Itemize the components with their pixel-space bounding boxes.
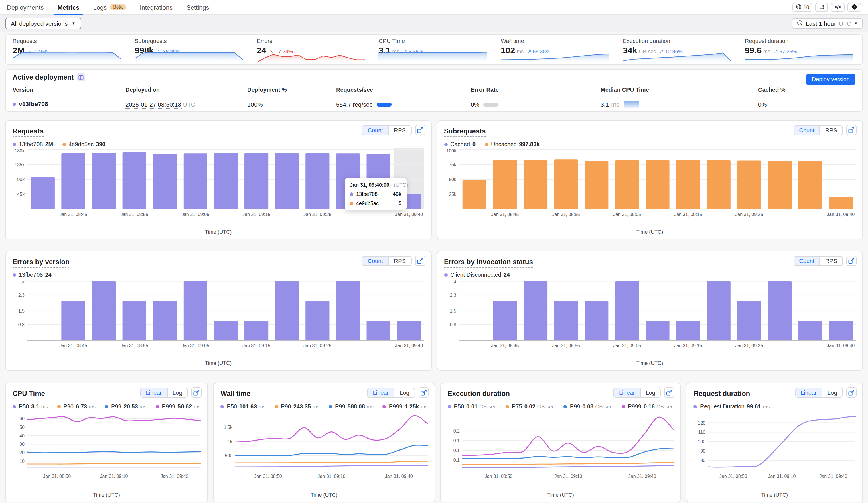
- toggle-option-linear[interactable]: Linear: [614, 388, 640, 397]
- tab-label: Deployments: [7, 4, 43, 11]
- legend-item: P990.08GB-sec: [564, 403, 613, 410]
- errors-by-version-bar-chart[interactable]: 0.81.52.33Jan 31, 08:45Jan 31, 08:55Jan …: [11, 279, 425, 352]
- legend-value: 0.08: [582, 403, 593, 410]
- tooltip-dot-icon: [350, 192, 353, 196]
- request-duration-chart-card: Request duration LinearLog Request Durat…: [686, 383, 863, 502]
- chart-title: Errors by version: [13, 258, 70, 268]
- toggle-option-log[interactable]: Log: [394, 388, 414, 397]
- linear-log-toggle: LinearLog: [613, 388, 661, 397]
- time-range-dropdown[interactable]: Last 1 hour UTC ▼: [792, 18, 863, 28]
- svg-text:90k: 90k: [17, 177, 25, 182]
- top-nav: DeploymentsMetricsLogsBetaIntegrationsSe…: [0, 0, 868, 15]
- svg-text:Jan 31, 09:40: Jan 31, 09:40: [395, 212, 423, 217]
- open-external-button[interactable]: [816, 2, 828, 12]
- globe-counter-button[interactable]: 10: [793, 2, 813, 12]
- toggle-option-linear[interactable]: Linear: [368, 388, 394, 397]
- svg-text:80: 80: [701, 458, 706, 463]
- median-cpu-unit: ms: [611, 101, 619, 108]
- tooltip-label: 13fbe708: [356, 191, 378, 197]
- execution-duration-line-chart[interactable]: 0.10.10.10.2Jan 31, 08:50Jan 31, 09:10Ja…: [447, 413, 675, 482]
- toggle-option-linear[interactable]: Linear: [141, 388, 167, 397]
- tab-metrics[interactable]: Metrics: [57, 0, 79, 14]
- version-cell: v13fbe708: [13, 100, 125, 108]
- expand-chart-button[interactable]: [846, 125, 857, 135]
- chart-legend: P50101.63msP90243.35msP99588.08msP9991.2…: [220, 403, 427, 410]
- legend-unit: ms: [421, 404, 428, 409]
- legend-dot-icon: [13, 405, 16, 408]
- stat-sparkline: [501, 51, 609, 63]
- deployed-on-value[interactable]: 2025-01-27 08:50:13: [125, 101, 181, 109]
- svg-text:20: 20: [20, 450, 24, 455]
- legend-item: Uncached997.83k: [485, 141, 540, 147]
- tab-logs[interactable]: LogsBeta: [93, 0, 126, 14]
- svg-text:Jan 31, 08:50: Jan 31, 08:50: [720, 474, 747, 479]
- toggle-option-log[interactable]: Log: [822, 388, 842, 397]
- legend-label: P999: [162, 403, 175, 410]
- chart-legend: 13fbe70824: [13, 272, 424, 278]
- toggle-option-rps[interactable]: RPS: [388, 256, 411, 265]
- toggle-option-count[interactable]: Count: [363, 126, 388, 134]
- expand-chart-button[interactable]: [191, 387, 202, 398]
- linear-log-toggle: LinearLog: [795, 388, 843, 397]
- tooltip-header: Jan 31, 09:40:00 - (UTC): [350, 182, 401, 188]
- expand-chart-button[interactable]: [846, 255, 857, 266]
- expand-chart-button[interactable]: [846, 387, 857, 398]
- deployment-info-icon[interactable]: [77, 73, 85, 81]
- legend-value: 0.16: [643, 403, 655, 410]
- stat-sparkline: [379, 51, 487, 63]
- svg-text:Jan 31, 08:45: Jan 31, 08:45: [491, 343, 518, 348]
- legend-label: P99: [570, 403, 580, 410]
- subrequests-bar-chart[interactable]: 25k50k75k100kJan 31, 08:45Jan 31, 08:55J…: [443, 148, 857, 221]
- chevron-down-icon: ▼: [854, 21, 858, 25]
- expand-chart-button[interactable]: [415, 125, 425, 135]
- toggle-option-linear[interactable]: Linear: [796, 388, 822, 397]
- expand-chart-button[interactable]: [415, 255, 425, 266]
- legend-value: 1.25k: [404, 403, 419, 410]
- filter-bar: All deployed versions ▼ Last 1 hour UTC …: [0, 15, 868, 32]
- svg-text:Jan 31, 09:40: Jan 31, 09:40: [385, 474, 413, 479]
- version-filter-dropdown[interactable]: All deployed versions ▼: [5, 18, 81, 29]
- expand-chart-button[interactable]: [418, 387, 429, 398]
- tab-integrations[interactable]: Integrations: [140, 0, 173, 14]
- toggle-option-count[interactable]: Count: [794, 256, 820, 265]
- svg-text:45k: 45k: [17, 192, 25, 197]
- x-axis-title: Time (UTC): [441, 492, 681, 498]
- svg-text:Jan 31, 08:50: Jan 31, 08:50: [254, 474, 282, 479]
- legend-dot-icon: [220, 405, 224, 408]
- legend-dot-icon: [448, 405, 451, 408]
- tab-settings[interactable]: Settings: [186, 0, 209, 14]
- legend-value: 20.53: [124, 403, 138, 410]
- legend-item: 13fbe7082M: [13, 141, 53, 147]
- column-header: Error Rate: [471, 87, 601, 93]
- toggle-option-rps[interactable]: RPS: [388, 126, 411, 134]
- deploy-status-button[interactable]: [847, 2, 861, 12]
- svg-text:Jan 31, 09:25: Jan 31, 09:25: [303, 212, 331, 217]
- toggle-option-log[interactable]: Log: [640, 388, 660, 397]
- toggle-option-log[interactable]: Log: [167, 388, 187, 397]
- svg-text:50k: 50k: [448, 177, 456, 182]
- toggle-option-rps[interactable]: RPS: [820, 256, 842, 265]
- legend-item: 13fbe70824: [13, 272, 52, 278]
- cpu-time-line-chart[interactable]: 102030405060Jan 31, 08:50Jan 31, 09:10Ja…: [11, 413, 202, 482]
- code-view-button[interactable]: </>: [831, 2, 845, 12]
- version-link[interactable]: v13fbe708: [19, 100, 48, 108]
- wall-time-line-chart[interactable]: 5001k1.5kJan 31, 08:50Jan 31, 09:10Jan 3…: [219, 413, 428, 482]
- expand-chart-button[interactable]: [664, 387, 675, 398]
- wall-time-chart-card: Wall time LinearLog P50101.63msP90243.35…: [213, 383, 435, 502]
- toggle-option-rps[interactable]: RPS: [820, 126, 842, 134]
- legend-unit: ms: [367, 404, 374, 409]
- tooltip-value: 5: [399, 201, 401, 206]
- toggle-option-count[interactable]: Count: [794, 126, 820, 134]
- svg-text:2.3: 2.3: [18, 293, 24, 298]
- stat-label: Execution duration: [623, 38, 733, 44]
- version-filter-label: All deployed versions: [11, 20, 68, 27]
- stat-sparkline: [623, 51, 731, 63]
- request-duration-line-chart[interactable]: 8090100110120Jan 31, 08:50Jan 31, 09:10J…: [693, 413, 857, 482]
- errors-by-invocation-bar-chart[interactable]: 0.81.52.33Jan 31, 08:45Jan 31, 08:55Jan …: [443, 279, 857, 352]
- tab-deployments[interactable]: Deployments: [7, 0, 43, 14]
- deploy-version-button[interactable]: Deploy version: [806, 74, 855, 85]
- legend-dot-icon: [564, 405, 567, 408]
- toggle-option-count[interactable]: Count: [363, 256, 388, 265]
- svg-text:120: 120: [698, 421, 706, 425]
- legend-unit: ms: [313, 404, 320, 409]
